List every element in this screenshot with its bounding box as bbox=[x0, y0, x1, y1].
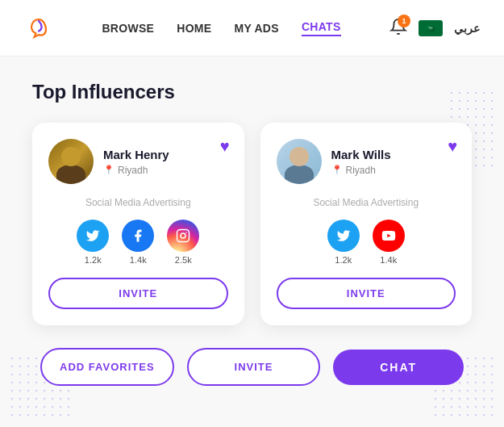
main-content: Top Influencers Mark Henry 📍 Riyadh ♥ So… bbox=[0, 57, 504, 402]
card-info: Mark Wills 📍 Riyadh bbox=[331, 148, 456, 176]
influencer-card-mark-wills: Mark Wills 📍 Riyadh ♥ Social Media Adver… bbox=[260, 123, 473, 325]
navbar: BROWSE HOME MY ADS CHATS 1 🇸🇦 عربي bbox=[0, 0, 504, 57]
add-favorites-button[interactable]: ADD FAVORITES bbox=[40, 348, 174, 386]
invite-button-mark-henry[interactable]: INVITE bbox=[48, 278, 228, 309]
influencer-location: 📍 Riyadh bbox=[103, 165, 228, 176]
svg-point-4 bbox=[186, 232, 188, 233]
avatar bbox=[48, 139, 94, 184]
svg-point-3 bbox=[181, 233, 185, 238]
chat-button[interactable]: CHAT bbox=[333, 350, 464, 385]
facebook-count: 1.4k bbox=[130, 255, 147, 265]
section-title: Top Influencers bbox=[32, 81, 472, 103]
social-icons-row: 1.2k 1.4k bbox=[48, 220, 228, 265]
nav-links: BROWSE HOME MY ADS CHATS bbox=[102, 20, 340, 36]
instagram-count: 2.5k bbox=[175, 255, 192, 265]
influencer-location: 📍 Riyadh bbox=[331, 165, 456, 176]
logo-icon bbox=[24, 14, 53, 43]
svg-text:🇸🇦: 🇸🇦 bbox=[427, 24, 435, 32]
nav-browse[interactable]: BROWSE bbox=[102, 22, 154, 35]
influencer-cards-container: Mark Henry 📍 Riyadh ♥ Social Media Adver… bbox=[32, 123, 472, 325]
social-item-twitter: 1.2k bbox=[77, 220, 109, 265]
influencer-name: Mark Henry bbox=[103, 148, 228, 161]
youtube-count: 1.4k bbox=[380, 255, 397, 265]
notification-badge: 1 bbox=[398, 15, 410, 27]
flag-button[interactable]: 🇸🇦 bbox=[419, 20, 443, 36]
facebook-icon[interactable] bbox=[122, 220, 154, 252]
arabic-language-label[interactable]: عربي bbox=[454, 22, 480, 35]
card-category: Social Media Advertising bbox=[48, 197, 228, 208]
social-icons-row: 1.2k 1.4k bbox=[277, 220, 456, 265]
social-item-youtube: 1.4k bbox=[373, 220, 405, 265]
favorite-heart-button[interactable]: ♥ bbox=[220, 137, 230, 156]
card-header: Mark Wills 📍 Riyadh ♥ bbox=[277, 139, 456, 184]
location-pin-icon: 📍 bbox=[331, 165, 343, 175]
social-item-twitter: 1.2k bbox=[327, 220, 360, 265]
location-pin-icon: 📍 bbox=[103, 165, 115, 175]
twitter-icon[interactable] bbox=[77, 220, 109, 252]
nav-home[interactable]: HOME bbox=[177, 22, 211, 35]
invite-button-mark-wills[interactable]: INVITE bbox=[277, 278, 456, 309]
card-category: Social Media Advertising bbox=[277, 197, 456, 208]
nav-chats[interactable]: CHATS bbox=[302, 20, 341, 36]
action-bar: ADD FAVORITES INVITE CHAT bbox=[32, 348, 472, 386]
social-item-instagram: 2.5k bbox=[167, 220, 199, 265]
invite-button-main[interactable]: INVITE bbox=[187, 348, 321, 386]
nav-my-ads[interactable]: MY ADS bbox=[234, 22, 278, 35]
favorite-heart-button[interactable]: ♥ bbox=[448, 137, 457, 156]
svg-rect-2 bbox=[177, 230, 190, 242]
nav-right: 1 🇸🇦 عربي bbox=[389, 18, 480, 38]
twitter-count: 1.2k bbox=[85, 255, 102, 265]
avatar bbox=[277, 139, 322, 184]
notification-button[interactable]: 1 bbox=[389, 18, 407, 38]
twitter-icon[interactable] bbox=[327, 220, 360, 252]
twitter-count: 1.2k bbox=[335, 255, 352, 265]
youtube-icon[interactable] bbox=[373, 220, 405, 252]
card-info: Mark Henry 📍 Riyadh bbox=[103, 148, 228, 176]
flag-icon: 🇸🇦 bbox=[419, 20, 443, 36]
influencer-card-mark-henry: Mark Henry 📍 Riyadh ♥ Social Media Adver… bbox=[32, 123, 244, 325]
card-header: Mark Henry 📍 Riyadh ♥ bbox=[48, 139, 228, 184]
social-item-facebook: 1.4k bbox=[122, 220, 154, 265]
influencer-name: Mark Wills bbox=[331, 148, 456, 161]
logo[interactable] bbox=[24, 14, 53, 43]
instagram-icon[interactable] bbox=[167, 220, 199, 252]
